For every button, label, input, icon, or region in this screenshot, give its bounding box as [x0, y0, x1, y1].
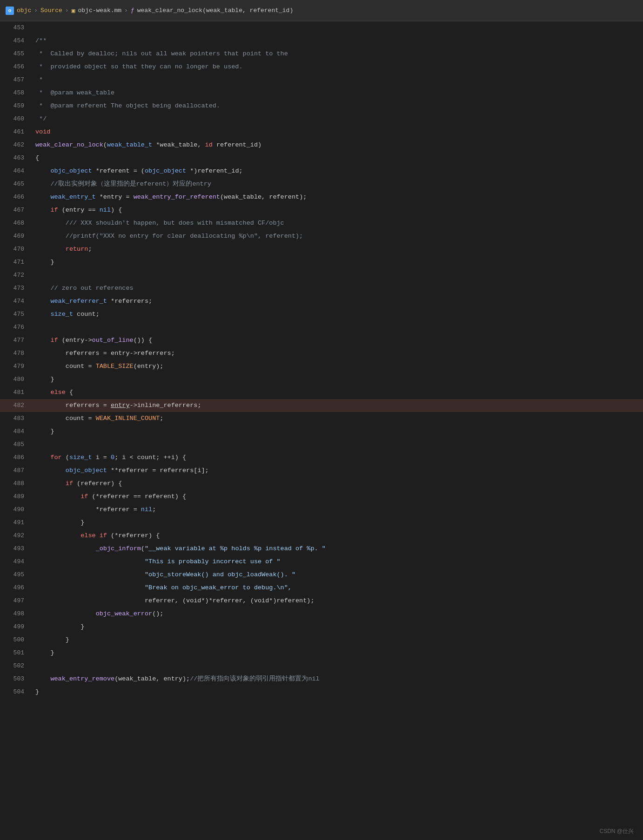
line-content: count = WEAK_INLINE_COUNT;: [32, 412, 643, 425]
line-number: 467: [0, 204, 32, 217]
code-line-490: 490 *referrer = nil;: [0, 503, 643, 516]
code-line-481: 481 else {: [0, 386, 643, 399]
titlebar: o objc › Source › ▣ objc-weak.mm › ƒ wea…: [0, 0, 643, 21]
line-number: 504: [0, 686, 32, 699]
line-number: 468: [0, 217, 32, 230]
code-line-493: 493 _objc_inform("__weak variable at %p …: [0, 542, 643, 555]
code-line-485: 485: [0, 438, 643, 451]
line-content: weak_referrer_t *referrers;: [32, 295, 643, 308]
line-number: 493: [0, 542, 32, 555]
code-line-482: 482 referrers = entry->inline_referrers;: [0, 399, 643, 412]
code-line-504: 504}: [0, 686, 643, 699]
code-line-473: 473 // zero out references: [0, 282, 643, 295]
line-number: 457: [0, 73, 32, 87]
code-line-479: 479 count = TABLE_SIZE(entry);: [0, 360, 643, 373]
line-number: 486: [0, 451, 32, 464]
line-number: 480: [0, 373, 32, 386]
line-number: 490: [0, 503, 32, 516]
code-line-456: 456 * provided object so that they can n…: [0, 60, 643, 73]
line-content: * provided object so that they can no lo…: [32, 60, 643, 73]
breadcrumb-func[interactable]: weak_clear_no_lock(weak_table, referent_…: [137, 7, 293, 14]
line-number: 472: [0, 269, 32, 282]
line-content: weak_clear_no_lock(weak_table_t *weak_ta…: [32, 139, 643, 152]
line-content: {: [32, 152, 643, 165]
line-content: }: [32, 425, 643, 438]
line-content: referrers = entry->inline_referrers;: [32, 399, 643, 412]
code-line-471: 471 }: [0, 256, 643, 269]
line-number: 488: [0, 477, 32, 490]
line-content: // zero out references: [32, 282, 643, 295]
code-line-494: 494 "This is probably incorrect use of ": [0, 555, 643, 568]
line-content: [32, 660, 643, 673]
line-number: 498: [0, 607, 32, 620]
line-number: 500: [0, 633, 32, 647]
line-number: 473: [0, 282, 32, 295]
line-content: referrers = entry->referrers;: [32, 347, 643, 360]
line-content: [32, 269, 643, 282]
line-content: */: [32, 113, 643, 126]
line-number: 460: [0, 113, 32, 126]
line-number: 477: [0, 334, 32, 347]
line-content: /**: [32, 34, 643, 47]
code-line-491: 491 }: [0, 516, 643, 529]
line-content: }: [32, 686, 643, 699]
code-line-475: 475 size_t count;: [0, 308, 643, 321]
line-number: 464: [0, 165, 32, 178]
breadcrumb-source[interactable]: Source: [40, 7, 62, 14]
line-content: *: [32, 73, 643, 87]
line-number: 492: [0, 529, 32, 542]
line-number: 502: [0, 660, 32, 673]
line-content: /// XXX shouldn't happen, but does with …: [32, 217, 643, 230]
line-number: 474: [0, 295, 32, 308]
line-content: void: [32, 126, 643, 139]
breadcrumb-objc[interactable]: objc: [17, 7, 31, 14]
line-content: objc_weak_error();: [32, 607, 643, 620]
code-line-474: 474 weak_referrer_t *referrers;: [0, 295, 643, 308]
line-content: weak_entry_remove(weak_table, entry);//把…: [32, 673, 643, 686]
code-line-476: 476: [0, 321, 643, 334]
line-content: objc_object **referrer = referrers[i];: [32, 464, 643, 477]
line-number: 499: [0, 620, 32, 633]
line-content: }: [32, 647, 643, 660]
line-number: 489: [0, 490, 32, 503]
line-content: size_t count;: [32, 308, 643, 321]
code-line-492: 492 else if (*referrer) {: [0, 529, 643, 542]
breadcrumb-file[interactable]: objc-weak.mm: [78, 7, 121, 14]
line-number: 462: [0, 139, 32, 152]
code-line-503: 503 weak_entry_remove(weak_table, entry)…: [0, 673, 643, 686]
line-content: }: [32, 620, 643, 633]
code-line-483: 483 count = WEAK_INLINE_COUNT;: [0, 412, 643, 425]
line-content: //printf("XXX no entry for clear dealloc…: [32, 230, 643, 243]
line-content: "objc_storeWeak() and objc_loadWeak(). ": [32, 568, 643, 581]
line-content: [32, 438, 643, 451]
line-number: 484: [0, 425, 32, 438]
line-content: //取出实例对象（这里指的是referent）对应的entry: [32, 178, 643, 191]
code-line-486: 486 for (size_t i = 0; i < count; ++i) {: [0, 451, 643, 464]
line-number: 494: [0, 555, 32, 568]
line-number: 483: [0, 412, 32, 425]
line-content: if (entry == nil) {: [32, 204, 643, 217]
line-content: "This is probably incorrect use of ": [32, 555, 643, 568]
code-line-454: 454/**: [0, 34, 643, 47]
line-number: 501: [0, 647, 32, 660]
line-number: 466: [0, 191, 32, 204]
code-line-460: 460 */: [0, 113, 643, 126]
line-number: 454: [0, 34, 32, 47]
line-content: else if (*referrer) {: [32, 529, 643, 542]
line-content: if (*referrer == referent) {: [32, 490, 643, 503]
line-content: "Break on objc_weak_error to debug.\n",: [32, 581, 643, 594]
code-line-495: 495 "objc_storeWeak() and objc_loadWeak(…: [0, 568, 643, 581]
code-line-468: 468 /// XXX shouldn't happen, but does w…: [0, 217, 643, 230]
line-number: 453: [0, 21, 32, 34]
code-line-489: 489 if (*referrer == referent) {: [0, 490, 643, 503]
code-line-497: 497 referrer, (void*)*referrer, (void*)r…: [0, 594, 643, 607]
code-line-501: 501 }: [0, 647, 643, 660]
line-content: objc_object *referent = (objc_object *)r…: [32, 165, 643, 178]
breadcrumb-sep-1: ›: [34, 7, 38, 14]
code-line-487: 487 objc_object **referrer = referrers[i…: [0, 464, 643, 477]
line-content: * @param weak_table: [32, 87, 643, 100]
code-line-455: 455 * Called by dealloc; nils out all we…: [0, 47, 643, 60]
code-line-469: 469 //printf("XXX no entry for clear dea…: [0, 230, 643, 243]
line-content: }: [32, 633, 643, 647]
line-content: return;: [32, 243, 643, 256]
